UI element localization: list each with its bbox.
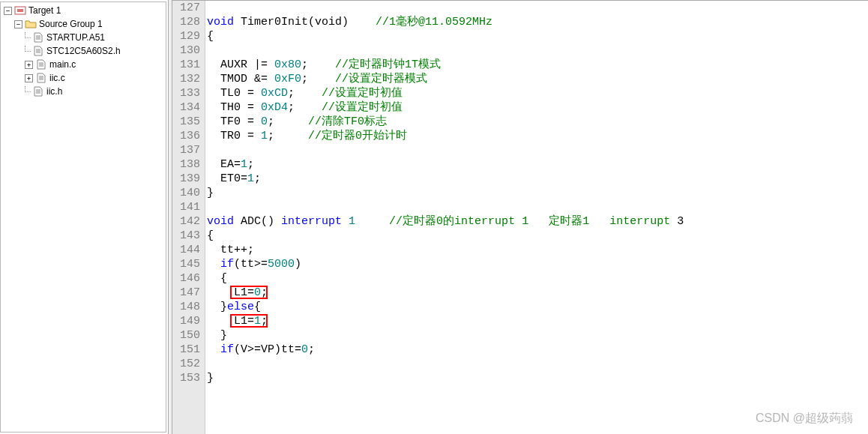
tree-file[interactable]: STARTUP.A51 [2,31,166,44]
code-line[interactable] [207,1,868,15]
line-number-gutter: 1271281291301311321331341351361371381391… [172,1,205,434]
file-icon [35,73,47,83]
code-line[interactable]: TH0 = 0xD4; //设置定时初值 [207,100,868,115]
line-number: 143 [180,229,200,243]
file-icon [35,59,47,70]
line-number: 131 [180,58,200,72]
line-number: 152 [180,357,200,371]
line-number: 134 [180,100,200,115]
line-number: 130 [180,43,200,58]
code-line[interactable]: if(V>=VP)tt=0; [207,343,868,357]
code-line[interactable]: TF0 = 0; //清除TF0标志 [207,115,868,129]
line-number: 144 [180,243,200,257]
code-line[interactable]: TMOD &= 0xF0; //设置定时器模式 [207,72,868,86]
code-line[interactable]: { [207,229,868,243]
code-line[interactable] [207,357,868,371]
code-line[interactable]: } [207,328,868,343]
file-icon [32,86,44,97]
line-number: 151 [180,343,200,357]
line-number: 147 [180,286,200,300]
code-line[interactable]: void Timer0Init(void) //1毫秒@11.0592MHz [207,15,868,29]
folder-open-icon [25,19,37,29]
line-number: 132 [180,72,200,86]
line-number: 141 [180,200,200,214]
code-line[interactable]: if(tt>=5000) [207,257,868,271]
tree-label: iic.c [49,73,65,83]
tree-label: STC12C5A60S2.h [46,46,121,56]
tree-group[interactable]: − Source Group 1 [2,17,166,31]
line-number: 128 [180,15,200,29]
code-line[interactable]: EA=1; [207,157,868,172]
line-number: 127 [180,1,200,15]
project-tree[interactable]: − Target 1 − Source Group 1 STARTUP.A51 [1,2,166,100]
expander-minus-icon[interactable]: − [14,20,22,28]
svg-rect-1 [17,9,23,12]
tree-label: Target 1 [28,5,61,16]
code-line[interactable]: AUXR |= 0x80; //定时器时钟1T模式 [207,58,868,72]
target-icon [14,5,26,16]
line-number: 149 [180,314,200,328]
expander-plus-icon[interactable]: + [25,61,33,69]
code-line[interactable]: { [207,29,868,43]
tree-label: main.c [49,59,76,70]
code-line[interactable]: tt++; [207,243,868,257]
code-line[interactable] [207,143,868,157]
line-number: 153 [180,371,200,385]
tree-file[interactable]: STC12C5A60S2.h [2,44,166,58]
project-tree-panel: − Target 1 − Source Group 1 STARTUP.A51 [0,1,166,433]
line-number: 129 [180,29,200,43]
code-editor[interactable]: 1271281291301311321331341351361371381391… [172,0,868,434]
tree-file[interactable]: iic.h [2,85,166,98]
code-line[interactable]: } [207,371,868,385]
code-line[interactable] [207,43,868,58]
tree-file[interactable]: + main.c [2,58,166,71]
expander-minus-icon[interactable]: − [4,7,12,15]
code-line[interactable] [207,200,868,214]
line-number: 137 [180,143,200,157]
code-line[interactable]: TL0 = 0xCD; //设置定时初值 [207,86,868,100]
line-number: 145 [180,257,200,271]
code-content[interactable]: void Timer0Init(void) //1毫秒@11.0592MHz{ … [205,1,868,434]
code-line[interactable]: }else{ [207,300,868,314]
line-number: 148 [180,300,200,314]
code-line[interactable]: L1=1; [207,314,868,328]
tree-label: STARTUP.A51 [46,32,105,43]
tree-label: Source Group 1 [39,19,103,29]
code-line[interactable]: TR0 = 1; //定时器0开始计时 [207,129,868,143]
line-number: 142 [180,214,200,229]
line-number: 146 [180,271,200,286]
line-number: 139 [180,172,200,186]
tree-file[interactable]: + iic.c [2,71,166,85]
file-icon [32,32,44,43]
line-number: 140 [180,186,200,200]
tree-target[interactable]: − Target 1 [2,4,166,17]
code-line[interactable]: L1=0; [207,286,868,300]
code-line[interactable]: void ADC() interrupt 1 //定时器0的interrupt … [207,214,868,229]
line-number: 135 [180,115,200,129]
line-number: 150 [180,328,200,343]
line-number: 138 [180,157,200,172]
code-line[interactable]: { [207,271,868,286]
line-number: 133 [180,86,200,100]
expander-plus-icon[interactable]: + [25,74,33,82]
tree-label: iic.h [46,86,62,97]
code-line[interactable]: } [207,186,868,200]
code-line[interactable]: ET0=1; [207,172,868,186]
file-icon [32,46,44,56]
line-number: 136 [180,129,200,143]
